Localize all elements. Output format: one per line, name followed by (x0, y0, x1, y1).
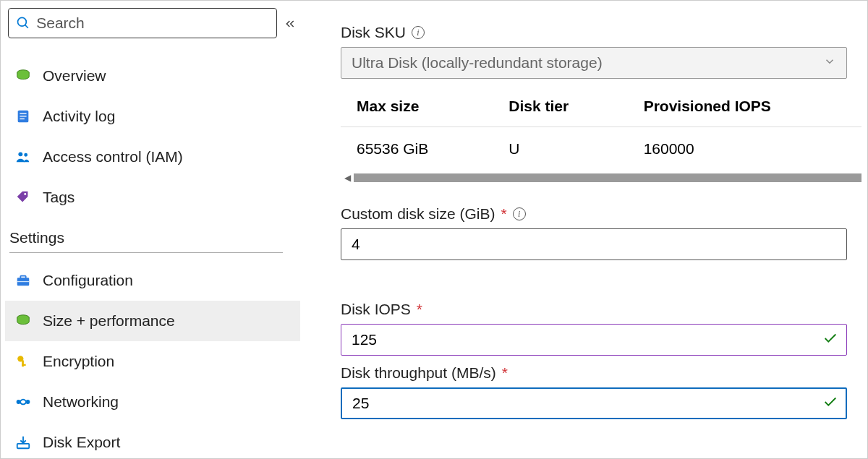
col-disk-tier: Disk tier (493, 86, 627, 127)
svg-rect-5 (20, 116, 26, 116)
svg-point-17 (17, 400, 20, 403)
divider (9, 252, 283, 253)
nav-label: Disk Export (43, 434, 120, 451)
people-icon (15, 149, 43, 165)
nav-label: Overview (43, 67, 106, 85)
nav-label: Networking (43, 393, 119, 411)
nav-item-disk-export[interactable]: Disk Export (5, 422, 300, 459)
cell-disk-tier: U (493, 127, 627, 171)
table-header-row: Max size Disk tier Provisioned IOPS (341, 86, 861, 127)
nav-label: Tags (43, 189, 75, 206)
svg-rect-15 (22, 360, 24, 366)
nav-label: Activity log (43, 108, 115, 125)
cell-max-size: 65536 GiB (341, 127, 493, 171)
info-icon[interactable]: i (412, 26, 425, 39)
sku-table: Max size Disk tier Provisioned IOPS 6553… (341, 86, 861, 171)
nav-label: Access control (IAM) (43, 148, 183, 166)
svg-point-7 (18, 152, 22, 156)
nav-label: Configuration (43, 272, 133, 289)
sidebar: Overview Activity log Access control (IA… (1, 1, 303, 458)
svg-line-1 (25, 25, 28, 28)
nav-item-networking[interactable]: Networking (5, 382, 300, 422)
required-indicator: * (501, 205, 507, 223)
cell-prov-iops: 160000 (628, 127, 861, 171)
custom-size-input[interactable] (341, 228, 847, 260)
svg-rect-4 (20, 113, 26, 113)
export-icon (15, 434, 43, 450)
horizontal-scrollbar[interactable]: ◀ (341, 172, 861, 184)
check-icon (822, 394, 838, 413)
disk-throughput-label: Disk throughput (MB/s) * (341, 364, 861, 382)
svg-rect-11 (20, 276, 25, 279)
nav-item-activity-log[interactable]: Activity log (5, 96, 300, 137)
nav-item-encryption[interactable]: Encryption (5, 341, 300, 382)
svg-rect-16 (22, 364, 26, 366)
disk-sku-value: Ultra Disk (locally-redundant storage) (352, 54, 603, 72)
info-icon[interactable]: i (513, 207, 526, 220)
nav-item-overview[interactable]: Overview (5, 56, 300, 96)
nav-label: Size + performance (43, 312, 175, 330)
svg-rect-12 (17, 281, 30, 282)
nav-item-tags[interactable]: Tags (5, 177, 300, 218)
table-row[interactable]: 65536 GiB U 160000 (341, 127, 861, 171)
disk-icon (15, 313, 43, 329)
scroll-track[interactable] (354, 173, 861, 182)
disk-iops-input[interactable] (341, 324, 847, 356)
log-icon (15, 108, 43, 124)
col-max-size: Max size (341, 86, 493, 127)
svg-rect-6 (20, 119, 24, 119)
nav-item-size-performance[interactable]: Size + performance (5, 301, 300, 341)
svg-point-8 (24, 153, 27, 157)
col-prov-iops: Provisioned IOPS (628, 86, 861, 127)
search-box[interactable] (8, 8, 277, 38)
tag-icon (15, 189, 43, 205)
chevron-down-icon (823, 54, 836, 72)
svg-rect-19 (17, 444, 30, 448)
disk-iops-label: Disk IOPS * (341, 301, 861, 318)
nav-item-access-control[interactable]: Access control (IAM) (5, 137, 300, 177)
main-panel: Disk SKU i Ultra Disk (locally-redundant… (303, 1, 867, 458)
svg-point-9 (24, 193, 26, 195)
nav-item-configuration[interactable]: Configuration (5, 260, 300, 301)
disk-icon (15, 68, 43, 84)
search-icon (16, 15, 30, 31)
required-indicator: * (417, 301, 422, 318)
search-input[interactable] (36, 14, 269, 32)
disk-throughput-input[interactable] (341, 387, 847, 419)
svg-point-0 (18, 17, 27, 26)
scroll-left-icon[interactable]: ◀ (341, 173, 354, 183)
svg-point-18 (26, 400, 29, 403)
nav-label: Encryption (43, 353, 114, 370)
briefcase-icon (15, 273, 43, 288)
check-icon (822, 330, 838, 349)
collapse-sidebar-icon[interactable] (284, 18, 296, 33)
required-indicator: * (502, 364, 508, 382)
network-icon (15, 394, 43, 410)
settings-header: Settings (5, 218, 300, 252)
custom-size-label: Custom disk size (GiB) * i (341, 205, 861, 223)
disk-sku-select[interactable]: Ultra Disk (locally-redundant storage) (341, 47, 847, 79)
key-icon (15, 353, 43, 369)
disk-sku-label: Disk SKU i (341, 24, 861, 41)
